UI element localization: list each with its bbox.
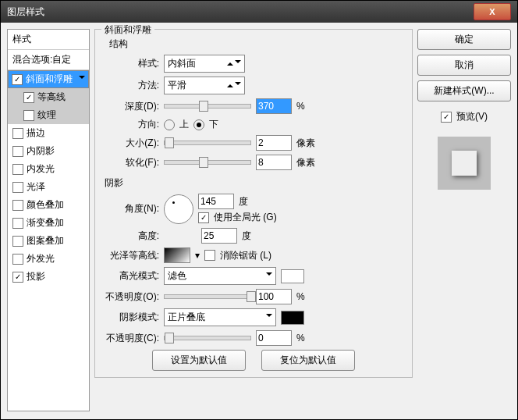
make-default-button[interactable]: 设置为默认值 [152,350,246,371]
soften-label: 软化(F): [103,156,159,169]
style-item[interactable]: 内发光 [8,160,89,178]
shadow-mode-select[interactable]: 正片叠底 [164,308,276,326]
styles-header[interactable]: 样式 [8,30,89,50]
styles-list: 样式 混合选项:自定 斜面和浮雕等高线纹理描边内阴影内发光光泽颜色叠加渐变叠加图… [7,29,90,411]
style-checkbox[interactable] [12,182,23,193]
style-item[interactable]: 斜面和浮雕 [8,70,89,88]
highlight-opacity-input[interactable]: 100 [256,289,292,304]
group-title: 斜面和浮雕 [101,23,154,37]
style-checkbox[interactable] [12,146,23,157]
shadow-opacity-slider[interactable] [164,336,251,340]
gloss-contour-label: 光泽等高线: [103,249,159,262]
depth-label: 深度(D): [103,100,159,113]
size-slider[interactable] [164,141,251,145]
soften-input[interactable]: 8 [256,155,292,170]
highlight-mode-select[interactable]: 滤色 [164,267,276,285]
style-checkbox[interactable] [12,236,23,247]
style-checkbox[interactable] [12,164,23,175]
gloss-contour-picker[interactable] [164,247,190,263]
window-title: 图层样式 [7,5,44,19]
close-icon[interactable]: X [474,3,511,20]
depth-slider[interactable] [164,104,251,109]
shadow-opacity-label: 不透明度(C): [103,332,159,345]
style-item[interactable]: 等高线 [8,88,89,106]
angle-dial[interactable] [164,194,193,224]
chevron-down-icon[interactable]: ▾ [195,250,200,261]
reset-default-button[interactable]: 复位为默认值 [261,350,355,371]
altitude-label: 高度: [103,230,159,243]
structure-label: 结构 [109,37,404,51]
angle-input[interactable]: 145 [198,194,234,209]
altitude-input[interactable]: 25 [201,228,237,244]
style-checkbox[interactable] [12,128,23,139]
style-item[interactable]: 渐变叠加 [8,214,89,232]
antialias-checkbox[interactable] [204,250,215,261]
angle-label: 角度(N): [103,202,159,215]
style-item[interactable]: 投影 [8,268,89,286]
highlight-mode-label: 高光模式: [103,269,159,283]
size-label: 大小(Z): [103,137,159,150]
style-checkbox[interactable] [12,74,23,85]
cancel-button[interactable]: 取消 [417,55,511,76]
bevel-group: 斜面和浮雕 结构 样式: 内斜面 方法: 平滑 深度(D): 370 % 方向:… [94,29,413,378]
style-checkbox[interactable] [23,92,34,103]
preview-checkbox[interactable] [441,112,452,123]
soften-slider[interactable] [164,160,251,165]
style-checkbox[interactable] [12,254,23,265]
style-checkbox[interactable] [12,272,23,283]
dir-down-radio[interactable] [193,119,204,130]
style-select[interactable]: 内斜面 [164,55,245,73]
highlight-opacity-label: 不透明度(O): [103,290,159,304]
shadow-mode-label: 阴影模式: [103,311,159,324]
style-item[interactable]: 描边 [8,124,89,142]
depth-input[interactable]: 370 [256,98,292,114]
titlebar: 图层样式 X [1,1,517,23]
style-item[interactable]: 纹理 [8,106,89,124]
dir-up-radio[interactable] [164,119,175,130]
highlight-opacity-slider[interactable] [164,294,251,299]
preview-thumbnail [438,137,491,190]
style-item[interactable]: 内阴影 [8,142,89,160]
shadow-color-swatch[interactable] [281,311,304,325]
ok-button[interactable]: 确定 [417,29,511,50]
style-item[interactable]: 颜色叠加 [8,196,89,214]
style-checkbox[interactable] [23,110,34,121]
blend-options[interactable]: 混合选项:自定 [8,50,89,70]
style-item[interactable]: 光泽 [8,178,89,196]
style-checkbox[interactable] [12,218,23,229]
method-select[interactable]: 平滑 [164,77,245,94]
style-label: 样式: [103,57,159,70]
style-item[interactable]: 图案叠加 [8,232,89,250]
style-checkbox[interactable] [12,200,23,211]
new-style-button[interactable]: 新建样式(W)... [417,80,511,101]
direction-label: 方向: [103,118,159,131]
size-input[interactable]: 2 [256,135,292,151]
shadow-opacity-input[interactable]: 0 [256,330,292,346]
shading-label: 阴影 [105,176,404,190]
method-label: 方法: [103,79,159,92]
global-light-checkbox[interactable] [198,212,209,223]
style-item[interactable]: 外发光 [8,250,89,268]
highlight-color-swatch[interactable] [281,269,304,283]
